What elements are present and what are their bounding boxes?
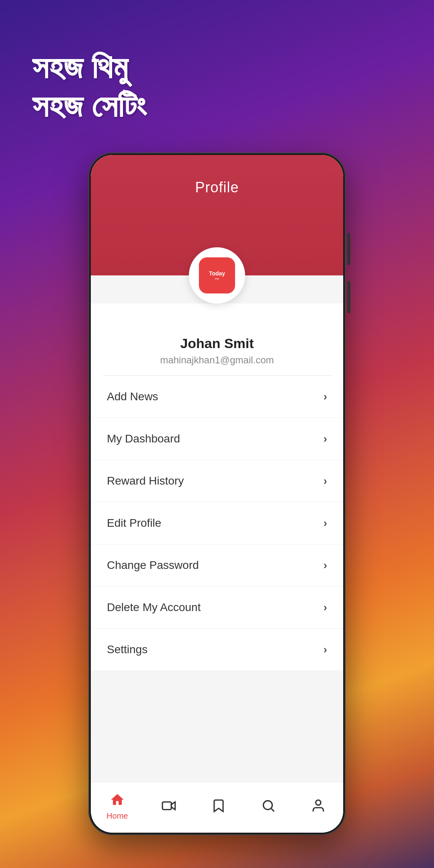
user-name: Johan Smit [103,336,331,351]
nav-item-bookmark[interactable] [209,797,228,815]
menu-item-label-edit-profile: Edit Profile [107,517,161,530]
phone-frame: Profile Today ••• Johan Smit mahinajkhan… [88,153,346,835]
avatar-app-sub: ••• [215,277,219,281]
nav-item-home[interactable]: Home [106,791,128,821]
menu-item-edit-profile[interactable]: Edit Profile › [91,502,343,544]
avatar-app-name: Today [209,270,225,277]
phone-mockup: Profile Today ••• Johan Smit mahinajkhan… [88,153,346,835]
menu-item-label-change-password: Change Password [107,559,199,572]
app-logo-avatar: Today ••• [199,257,235,293]
nav-label-home: Home [106,811,128,821]
bengali-title-line1: সহজ থিমু [32,48,146,87]
menu-item-label-settings: Settings [107,643,147,656]
video-icon [160,797,178,815]
profile-icon [309,797,328,815]
avatar: Today ••• [189,247,245,304]
menu-list: Add News › My Dashboard › Reward History… [91,376,343,671]
phone-screen: Profile Today ••• Johan Smit mahinajkhan… [91,155,343,833]
menu-item-settings[interactable]: Settings › [91,629,343,671]
profile-title: Profile [195,179,239,196]
chevron-right-icon-settings: › [323,643,327,656]
user-email: mahinajkhan1@gmail.com [103,355,331,366]
bookmark-icon [209,797,228,815]
header-text-block: সহজ থিমু সহজ সেটিং [32,48,146,125]
menu-item-label-add-news: Add News [107,390,158,403]
menu-item-change-password[interactable]: Change Password › [91,544,343,587]
menu-item-label-my-dashboard: My Dashboard [107,432,180,445]
chevron-right-icon-my-dashboard: › [323,432,327,445]
menu-item-delete-account[interactable]: Delete My Account › [91,587,343,629]
content-area: Johan Smit mahinajkhan1@gmail.com Add Ne… [91,304,343,671]
nav-item-video[interactable] [160,797,178,815]
chevron-right-icon-change-password: › [323,559,327,572]
profile-header: Profile Today ••• [91,155,343,275]
phone-side-button-2 [347,281,350,313]
chevron-right-icon-add-news: › [323,390,327,403]
user-info-section: Johan Smit mahinajkhan1@gmail.com [103,336,331,376]
chevron-right-icon-edit-profile: › [323,517,327,530]
menu-item-label-reward-history: Reward History [107,475,184,487]
svg-rect-0 [162,802,171,809]
chevron-right-icon-delete-account: › [323,601,327,614]
svg-point-2 [316,800,321,805]
bottom-nav: Home [91,782,343,833]
menu-item-reward-history[interactable]: Reward History › [91,460,343,502]
chevron-right-icon-reward-history: › [323,475,327,487]
svg-point-1 [263,801,272,809]
home-icon [108,791,127,809]
menu-item-label-delete-account: Delete My Account [107,601,201,614]
menu-item-add-news[interactable]: Add News › [91,376,343,418]
nav-item-profile[interactable] [309,797,328,815]
nav-item-search[interactable] [259,797,278,815]
search-icon [259,797,278,815]
phone-side-button-1 [347,233,350,265]
menu-item-my-dashboard[interactable]: My Dashboard › [91,418,343,460]
bengali-title-line2: সহজ সেটিং [32,87,146,125]
